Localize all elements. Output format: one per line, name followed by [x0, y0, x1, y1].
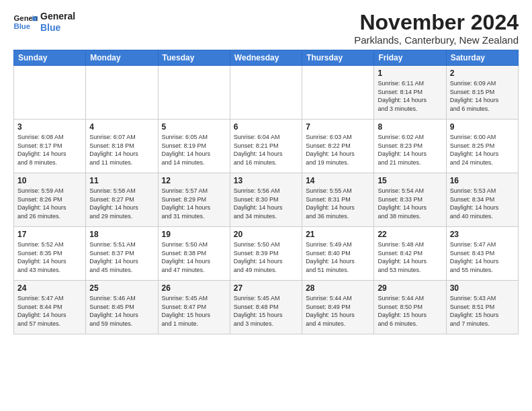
day-info: Sunrise: 5:57 AM Sunset: 8:29 PM Dayligh… — [162, 187, 226, 220]
logo-line2: Blue — [40, 22, 75, 34]
day-info: Sunrise: 5:47 AM Sunset: 8:43 PM Dayligh… — [450, 240, 515, 274]
day-number: 28 — [306, 283, 370, 293]
day-number: 1 — [378, 68, 442, 78]
day-info: Sunrise: 5:43 AM Sunset: 8:51 PM Dayligh… — [450, 294, 515, 328]
day-info: Sunrise: 5:44 AM Sunset: 8:49 PM Dayligh… — [306, 294, 370, 328]
calendar-cell: 16Sunrise: 5:53 AM Sunset: 8:34 PM Dayli… — [446, 173, 518, 227]
day-info: Sunrise: 6:02 AM Sunset: 8:23 PM Dayligh… — [378, 133, 442, 167]
day-number: 3 — [17, 122, 82, 132]
day-info: Sunrise: 6:03 AM Sunset: 8:22 PM Dayligh… — [306, 133, 370, 167]
calendar-cell: 1Sunrise: 6:11 AM Sunset: 8:14 PM Daylig… — [374, 66, 446, 120]
day-info: Sunrise: 6:09 AM Sunset: 8:15 PM Dayligh… — [450, 79, 515, 113]
day-number: 2 — [450, 68, 515, 78]
calendar-cell — [302, 66, 374, 120]
calendar-cell — [158, 66, 230, 120]
day-info: Sunrise: 5:48 AM Sunset: 8:42 PM Dayligh… — [378, 240, 442, 274]
day-info: Sunrise: 6:08 AM Sunset: 8:17 PM Dayligh… — [17, 133, 82, 167]
calendar-cell: 10Sunrise: 5:59 AM Sunset: 8:26 PM Dayli… — [14, 173, 86, 227]
weekday-header-thursday: Thursday — [302, 50, 374, 66]
day-number: 26 — [162, 283, 226, 293]
day-info: Sunrise: 6:00 AM Sunset: 8:25 PM Dayligh… — [450, 133, 515, 167]
calendar-cell — [230, 66, 302, 120]
day-number: 29 — [378, 283, 442, 293]
calendar-cell: 8Sunrise: 6:02 AM Sunset: 8:23 PM Daylig… — [374, 120, 446, 173]
day-number: 23 — [450, 230, 515, 239]
day-info: Sunrise: 5:55 AM Sunset: 8:31 PM Dayligh… — [306, 187, 370, 220]
calendar-header: SundayMondayTuesdayWednesdayThursdayFrid… — [14, 50, 519, 66]
day-number: 9 — [450, 122, 515, 132]
day-number: 4 — [89, 122, 154, 132]
calendar-week-1: 3Sunrise: 6:08 AM Sunset: 8:17 PM Daylig… — [14, 120, 519, 173]
day-info: Sunrise: 6:04 AM Sunset: 8:21 PM Dayligh… — [234, 133, 298, 167]
weekday-header-saturday: Saturday — [446, 50, 518, 66]
calendar-week-2: 10Sunrise: 5:59 AM Sunset: 8:26 PM Dayli… — [14, 173, 519, 227]
calendar-body: 1Sunrise: 6:11 AM Sunset: 8:14 PM Daylig… — [14, 66, 519, 334]
day-number: 15 — [378, 176, 442, 185]
day-info: Sunrise: 5:49 AM Sunset: 8:40 PM Dayligh… — [306, 240, 370, 274]
calendar-cell: 18Sunrise: 5:51 AM Sunset: 8:37 PM Dayli… — [86, 227, 158, 281]
day-number: 18 — [89, 230, 154, 239]
weekday-header-friday: Friday — [374, 50, 446, 66]
day-info: Sunrise: 5:54 AM Sunset: 8:33 PM Dayligh… — [378, 187, 442, 220]
calendar-cell: 26Sunrise: 5:45 AM Sunset: 8:47 PM Dayli… — [158, 281, 230, 334]
day-number: 13 — [234, 176, 298, 185]
day-number: 25 — [89, 283, 154, 293]
day-info: Sunrise: 5:45 AM Sunset: 8:47 PM Dayligh… — [162, 294, 226, 328]
calendar-cell: 15Sunrise: 5:54 AM Sunset: 8:33 PM Dayli… — [374, 173, 446, 227]
calendar-cell: 30Sunrise: 5:43 AM Sunset: 8:51 PM Dayli… — [446, 281, 518, 334]
weekday-header-wednesday: Wednesday — [230, 50, 302, 66]
day-info: Sunrise: 5:53 AM Sunset: 8:34 PM Dayligh… — [450, 187, 515, 220]
logo-icon: General Blue — [13, 13, 38, 32]
page-title: November 2024 — [354, 11, 519, 34]
day-number: 27 — [234, 283, 298, 293]
calendar-cell: 28Sunrise: 5:44 AM Sunset: 8:49 PM Dayli… — [302, 281, 374, 334]
day-number: 5 — [162, 122, 226, 132]
calendar-cell: 17Sunrise: 5:52 AM Sunset: 8:35 PM Dayli… — [14, 227, 86, 281]
day-number: 16 — [450, 176, 515, 185]
day-number: 8 — [378, 122, 442, 132]
day-info: Sunrise: 5:56 AM Sunset: 8:30 PM Dayligh… — [234, 187, 298, 220]
calendar-cell: 27Sunrise: 5:45 AM Sunset: 8:48 PM Dayli… — [230, 281, 302, 334]
calendar-cell: 6Sunrise: 6:04 AM Sunset: 8:21 PM Daylig… — [230, 120, 302, 173]
calendar-cell: 29Sunrise: 5:44 AM Sunset: 8:50 PM Dayli… — [374, 281, 446, 334]
calendar-cell: 20Sunrise: 5:50 AM Sunset: 8:39 PM Dayli… — [230, 227, 302, 281]
day-number: 24 — [17, 283, 82, 293]
weekday-header-row: SundayMondayTuesdayWednesdayThursdayFrid… — [14, 50, 519, 66]
day-info: Sunrise: 6:11 AM Sunset: 8:14 PM Dayligh… — [378, 79, 442, 113]
calendar-week-0: 1Sunrise: 6:11 AM Sunset: 8:14 PM Daylig… — [14, 66, 519, 120]
day-info: Sunrise: 5:45 AM Sunset: 8:48 PM Dayligh… — [234, 294, 298, 328]
day-number: 12 — [162, 176, 226, 185]
logo-line1: General — [40, 11, 75, 22]
calendar-cell: 19Sunrise: 5:50 AM Sunset: 8:38 PM Dayli… — [158, 227, 230, 281]
calendar-cell: 22Sunrise: 5:48 AM Sunset: 8:42 PM Dayli… — [374, 227, 446, 281]
calendar-cell: 24Sunrise: 5:47 AM Sunset: 8:44 PM Dayli… — [14, 281, 86, 334]
day-number: 6 — [234, 122, 298, 132]
calendar-cell: 3Sunrise: 6:08 AM Sunset: 8:17 PM Daylig… — [14, 120, 86, 173]
calendar-table: SundayMondayTuesdayWednesdayThursdayFrid… — [13, 50, 519, 334]
day-info: Sunrise: 5:52 AM Sunset: 8:35 PM Dayligh… — [17, 240, 82, 274]
day-info: Sunrise: 5:51 AM Sunset: 8:37 PM Dayligh… — [89, 240, 154, 274]
day-number: 22 — [378, 230, 442, 239]
day-number: 17 — [17, 230, 82, 239]
weekday-header-tuesday: Tuesday — [158, 50, 230, 66]
calendar-cell: 14Sunrise: 5:55 AM Sunset: 8:31 PM Dayli… — [302, 173, 374, 227]
day-number: 7 — [306, 122, 370, 132]
day-number: 19 — [162, 230, 226, 239]
calendar-week-4: 24Sunrise: 5:47 AM Sunset: 8:44 PM Dayli… — [14, 281, 519, 334]
day-info: Sunrise: 6:07 AM Sunset: 8:18 PM Dayligh… — [89, 133, 154, 167]
day-number: 11 — [89, 176, 154, 185]
day-info: Sunrise: 5:44 AM Sunset: 8:50 PM Dayligh… — [378, 294, 442, 328]
day-info: Sunrise: 5:47 AM Sunset: 8:44 PM Dayligh… — [17, 294, 82, 328]
calendar-cell: 7Sunrise: 6:03 AM Sunset: 8:22 PM Daylig… — [302, 120, 374, 173]
day-info: Sunrise: 5:46 AM Sunset: 8:45 PM Dayligh… — [89, 294, 154, 328]
page-subtitle: Parklands, Canterbury, New Zealand — [354, 34, 519, 46]
day-info: Sunrise: 6:05 AM Sunset: 8:19 PM Dayligh… — [162, 133, 226, 167]
day-number: 14 — [306, 176, 370, 185]
day-number: 10 — [17, 176, 82, 185]
day-number: 20 — [234, 230, 298, 239]
day-number: 30 — [450, 283, 515, 293]
calendar-cell: 21Sunrise: 5:49 AM Sunset: 8:40 PM Dayli… — [302, 227, 374, 281]
calendar-week-3: 17Sunrise: 5:52 AM Sunset: 8:35 PM Dayli… — [14, 227, 519, 281]
calendar-cell: 12Sunrise: 5:57 AM Sunset: 8:29 PM Dayli… — [158, 173, 230, 227]
calendar-cell — [14, 66, 86, 120]
